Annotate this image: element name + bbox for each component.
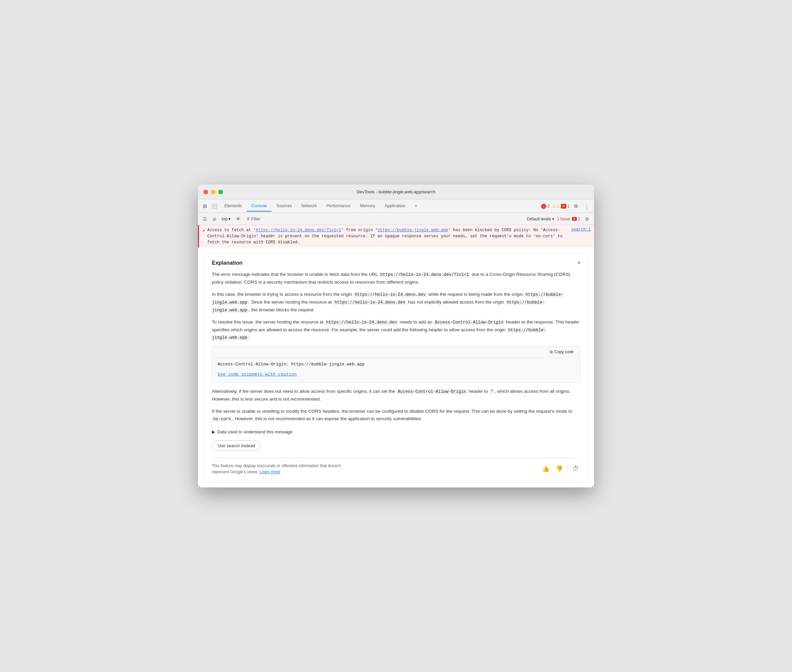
thumbs-down-button[interactable]: 👎 (554, 464, 564, 474)
tab-performance[interactable]: Performance (322, 201, 356, 211)
traffic-lights (203, 190, 223, 194)
no-cors-code: no-cors (212, 416, 233, 422)
levels-selector[interactable]: Default levels ▾ (527, 217, 554, 221)
header-code-2: Access-Control-Allow-Origin (396, 389, 468, 395)
warning-count: 1 (557, 204, 559, 208)
error-count: 2 (548, 204, 550, 208)
issue-label: 1 Issue: (557, 217, 571, 221)
error-text-before-link1: Access to fetch at ' (207, 228, 256, 232)
code-block: ⧉ Copy code Access-Control-Allow-Origin:… (212, 346, 580, 383)
tab-more[interactable]: » (410, 201, 422, 211)
chevron-down-icon: ▾ (228, 216, 231, 221)
tab-sources[interactable]: Sources (271, 201, 297, 211)
chevron-down-icon: ▾ (552, 217, 554, 221)
eye-icon[interactable]: 👁 (234, 215, 243, 223)
code-block-body: Access-Control-Allow-Origin: https://bub… (212, 357, 580, 382)
wildcard-code: * (489, 389, 495, 395)
info-icon: ✕ (561, 204, 566, 208)
explanation-title: Explanation (212, 260, 580, 266)
copy-icon: ⧉ (550, 349, 553, 354)
origin-code-6: https://bubble-jingle.web.app (212, 328, 546, 341)
data-disclosure-label: Data used to understand this message (217, 428, 292, 435)
info-count: 1 (567, 204, 570, 208)
window-title: DevTools - bubble-jingle.web.app/search (356, 189, 436, 194)
code-snippet-line: Access-Control-Allow-Origin: https://bub… (217, 361, 575, 368)
explanation-para2: In this case, the browser is trying to a… (212, 291, 580, 314)
explanation-body: The error message indicates that the bro… (212, 271, 580, 475)
inspect-icon[interactable]: ⊞ (201, 202, 209, 211)
error-badge[interactable]: 🔴 2 (541, 203, 550, 209)
info-badge[interactable]: ✕ 1 (561, 204, 570, 208)
device-toggle-icon[interactable]: ⬜ (209, 202, 220, 211)
thumbs-up-button[interactable]: 👍 (541, 464, 551, 474)
console-toolbar: ☰ ⊘ top ▾ 👁 ⧖ Filter Default levels ▾ 1 … (198, 213, 594, 225)
origin-code-5: https://hello-io-24.deno.dev (325, 320, 398, 325)
tabs: Elements Console Sources Network Perform… (220, 201, 541, 211)
devtools-window: DevTools - bubble-jingle.web.app/search … (198, 184, 594, 487)
tab-network[interactable]: Network (297, 201, 322, 211)
feedback-icons: 👍 👎 ⏱ (541, 464, 580, 474)
filter-icon: ⧖ (247, 216, 250, 221)
close-button[interactable] (203, 190, 208, 194)
tab-application[interactable]: Application (380, 201, 410, 211)
maximize-button[interactable] (218, 190, 223, 194)
error-source-link[interactable]: search:1 (571, 227, 591, 232)
copy-code-label: Copy code (554, 349, 574, 354)
divider (568, 466, 568, 472)
error-text-between: ' from origin ' (341, 228, 378, 232)
explanation-para5: If the server is unable or unwilling to … (212, 408, 580, 423)
titlebar: DevTools - bubble-jingle.web.app/search (198, 184, 594, 200)
explanation-para4: Alternatively, if the server does not ne… (212, 388, 580, 403)
top-label: top (222, 217, 227, 221)
issue-error-icon: ✕ (572, 217, 577, 221)
console-error-row: ✕ Access to fetch at 'https://hello-io-2… (198, 225, 594, 248)
settings-console-icon[interactable]: ⚙ (583, 215, 591, 223)
explanation-para1: The error message indicates that the bro… (212, 271, 580, 286)
tab-memory[interactable]: Memory (355, 201, 380, 211)
disclaimer-text: This feature may display inaccurate or o… (212, 463, 354, 475)
warning-badge[interactable]: ⚠ 1 (552, 203, 559, 208)
toolbar-badges: 🔴 2 ⚠ 1 ✕ 1 ⚙ ⋮ (541, 202, 591, 211)
tab-bar: ⊞ ⬜ Elements Console Sources Network Per… (198, 200, 594, 213)
explanation-panel: Explanation × The error message indicate… (203, 253, 589, 482)
url-code-1: https://hello-io-24.deno.dev/?lvl=1 (379, 272, 471, 277)
warning-triangle-icon: ⚠ (552, 203, 556, 208)
levels-label: Default levels (527, 217, 551, 221)
error-circle-icon: ✕ (203, 227, 205, 233)
disclaimer-row: This feature may display inaccurate or o… (212, 458, 580, 475)
code-block-header: ⧉ Copy code (212, 347, 580, 357)
close-button[interactable]: × (575, 259, 583, 267)
minimize-button[interactable] (211, 190, 216, 194)
use-search-button[interactable]: Use search instead (212, 440, 261, 451)
issue-badge[interactable]: 1 Issue: ✕ 1 (557, 217, 580, 221)
error-url-link1[interactable]: https://hello-io-24.deno.dev/?lvl=1 (256, 228, 341, 232)
tab-console[interactable]: Console (247, 201, 271, 211)
explanation-para3: To resolve this issue, the server hostin… (212, 318, 580, 341)
origin-code-1: https://hello-io-24.deno.dev (353, 292, 427, 298)
copy-code-button[interactable]: ⧉ Copy code (547, 349, 576, 355)
filter-area[interactable]: ⧖ Filter (247, 216, 260, 221)
console-toolbar-right: Default levels ▾ 1 Issue: ✕ 1 ⚙ (527, 215, 591, 223)
error-message: Access to fetch at 'https://hello-io-24.… (207, 227, 569, 245)
sidebar-toggle-icon[interactable]: ☰ (201, 215, 209, 223)
error-circle-icon: 🔴 (541, 203, 546, 209)
console-content: ✕ Access to fetch at 'https://hello-io-2… (198, 225, 594, 487)
filter-label: Filter (251, 217, 260, 221)
issue-count: 1 (578, 217, 580, 221)
triangle-right-icon: ▶ (212, 428, 215, 435)
report-button[interactable]: ⏱ (572, 464, 580, 474)
learn-more-link[interactable]: Learn more (260, 469, 280, 474)
settings-icon[interactable]: ⚙ (572, 202, 580, 211)
data-disclosure-toggle[interactable]: ▶ Data used to understand this message (212, 428, 580, 435)
error-url-link2[interactable]: https://bubble-jingle.web.app (378, 228, 449, 232)
origin-code-3: https://hello-io-24.deno.dev (333, 300, 407, 305)
code-snippet-warning-link[interactable]: Use code snippets with caution (217, 371, 297, 378)
tab-elements[interactable]: Elements (220, 201, 247, 211)
header-code-1: Access-Control-Allow-Origin (433, 320, 505, 325)
clear-console-icon[interactable]: ⊘ (211, 215, 219, 223)
more-options-icon[interactable]: ⋮ (582, 202, 591, 211)
context-selector[interactable]: top ▾ (220, 216, 233, 222)
